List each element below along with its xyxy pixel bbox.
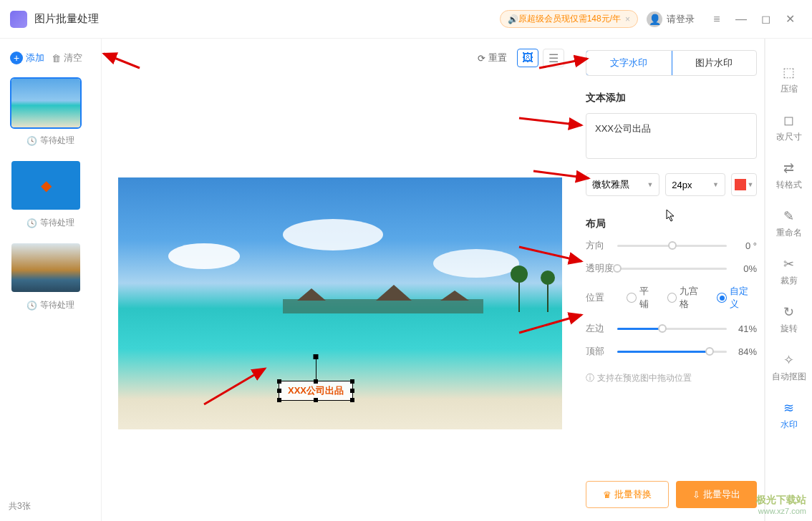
promo-text: 原超级会员现仅需148元/年 — [518, 13, 621, 25]
tool-icon: ◻ — [783, 112, 794, 128]
radio-label: 自定义 — [730, 285, 757, 311]
tool-icon: ✧ — [783, 352, 794, 368]
tool-转格式[interactable]: ⇄转格式 — [765, 152, 812, 200]
opacity-slider[interactable] — [617, 268, 727, 270]
close-icon[interactable]: × — [625, 14, 630, 24]
position-tile-radio[interactable]: 平铺 — [627, 285, 657, 311]
clock-icon: 🕓 — [26, 301, 37, 311]
tool-icon: ↻ — [783, 304, 794, 320]
tool-旋转[interactable]: ↻旋转 — [765, 296, 812, 344]
tool-label: 旋转 — [780, 323, 798, 335]
chevron-down-icon: ▼ — [647, 181, 653, 188]
batch-replace-button[interactable]: ♛ 批量替换 — [586, 481, 669, 508]
maximize-button[interactable]: ◻ — [753, 7, 778, 31]
close-button[interactable]: ✕ — [778, 7, 802, 31]
position-grid-radio[interactable]: 九宫格 — [667, 285, 707, 311]
tool-icon: ✎ — [783, 208, 794, 224]
info-icon: ⓘ — [586, 372, 594, 384]
batch-replace-label: 批量替换 — [614, 488, 652, 501]
plus-icon: + — [10, 52, 23, 64]
drag-hint: ⓘ 支持在预览图中拖动位置 — [586, 372, 757, 384]
watermark-text-input[interactable]: XXX公司出品 — [586, 113, 757, 159]
left-offset-slider[interactable] — [617, 328, 727, 330]
top-offset-value: 84% — [727, 346, 757, 357]
add-label: 添加 — [26, 52, 44, 64]
chevron-down-icon: ▼ — [748, 181, 754, 188]
clear-button[interactable]: 🗑 清空 — [52, 52, 82, 64]
svg-point-2 — [433, 249, 519, 278]
thumb-item[interactable]: 🕓等待处理 — [10, 77, 91, 147]
clock-icon: 🕓 — [26, 218, 37, 228]
tool-自动抠图[interactable]: ✧自动抠图 — [765, 344, 812, 391]
radio-label: 平铺 — [639, 285, 657, 311]
color-swatch — [735, 179, 746, 190]
list-icon: ☰ — [548, 52, 559, 65]
app-icon — [10, 11, 27, 28]
batch-export-button[interactable]: ⇩ 批量导出 — [676, 481, 758, 508]
watermark-box[interactable]: XXX公司出品 — [279, 381, 353, 401]
image-count: 共3张 — [0, 492, 101, 521]
reset-button[interactable]: ⟳ 重置 — [478, 52, 507, 64]
left-offset-label: 左边 — [586, 322, 617, 335]
login-link[interactable]: 请登录 — [667, 13, 695, 26]
direction-slider[interactable] — [617, 245, 727, 247]
tool-改尺寸[interactable]: ◻改尺寸 — [765, 104, 812, 152]
thumb-status-text: 等待处理 — [40, 135, 74, 147]
tool-裁剪[interactable]: ✂裁剪 — [765, 248, 812, 296]
direction-label: 方向 — [586, 239, 617, 252]
view-image-button[interactable]: 🖼 — [517, 49, 538, 67]
svg-point-7 — [541, 271, 555, 285]
left-offset-value: 41% — [727, 323, 757, 334]
thumb-item[interactable]: 🕓等待处理 — [10, 242, 91, 311]
watermark-text: XXX公司出品 — [288, 385, 344, 396]
tool-水印[interactable]: ≋水印 — [765, 391, 812, 439]
text-section-title: 文本添加 — [586, 92, 757, 104]
font-size-value: 24px — [672, 180, 692, 190]
tool-label: 自动抠图 — [772, 371, 806, 383]
tool-icon: ✂ — [783, 256, 794, 272]
position-label: 位置 — [586, 291, 617, 304]
avatar[interactable]: 👤 — [647, 11, 662, 27]
tool-label: 水印 — [780, 419, 798, 431]
font-family-select[interactable]: 微软雅黑▼ — [586, 173, 659, 196]
tool-label: 改尺寸 — [776, 131, 802, 143]
tool-label: 压缩 — [780, 83, 798, 95]
menu-icon[interactable]: ≡ — [705, 7, 729, 31]
tool-label: 裁剪 — [780, 275, 798, 287]
export-icon: ⇩ — [692, 490, 700, 500]
radio-label: 九宫格 — [680, 285, 707, 311]
font-size-select[interactable]: 24px▼ — [665, 173, 725, 196]
add-button[interactable]: + 添加 — [10, 52, 44, 64]
font-name-value: 微软雅黑 — [592, 178, 629, 191]
thumb-item[interactable]: ◆ 🕓等待处理 — [10, 160, 91, 229]
hint-text: 支持在预览图中拖动位置 — [597, 372, 692, 384]
tool-sidebar: ⬚压缩◻改尺寸⇄转格式✎重命名✂裁剪↻旋转✧自动抠图≋水印 — [765, 39, 812, 521]
chevron-down-icon: ▼ — [712, 181, 719, 188]
preview-image[interactable]: XXX公司出品 — [118, 177, 562, 429]
reset-label: 重置 — [488, 52, 507, 64]
minimize-button[interactable]: — — [729, 7, 753, 31]
clock-icon: 🕓 — [26, 136, 37, 146]
font-color-picker[interactable]: ▼ — [731, 173, 757, 196]
promo-banner[interactable]: 🔊 原超级会员现仅需148元/年 × — [500, 10, 638, 28]
batch-export-label: 批量导出 — [703, 488, 740, 501]
svg-rect-3 — [283, 299, 483, 313]
tool-icon: ≋ — [783, 400, 794, 416]
position-custom-radio[interactable]: 自定义 — [717, 285, 757, 311]
tab-image-watermark[interactable]: 图片水印 — [672, 51, 757, 75]
branding-watermark: 极光下载站 www.xz7.com — [756, 494, 806, 515]
speaker-icon: 🔊 — [508, 14, 518, 24]
svg-point-5 — [511, 266, 528, 283]
tool-label: 重命名 — [776, 227, 802, 239]
top-offset-slider[interactable] — [617, 351, 727, 353]
tool-icon: ⬚ — [783, 64, 795, 80]
tool-压缩[interactable]: ⬚压缩 — [765, 56, 812, 104]
clear-label: 清空 — [64, 52, 82, 64]
opacity-value: 0% — [727, 263, 757, 274]
tool-重命名[interactable]: ✎重命名 — [765, 200, 812, 248]
tool-icon: ⇄ — [783, 160, 794, 176]
app-title: 图片批量处理 — [34, 12, 99, 26]
tab-text-watermark[interactable]: 文字水印 — [586, 50, 672, 76]
view-list-button[interactable]: ☰ — [543, 49, 564, 67]
direction-value: 0 ° — [727, 240, 757, 251]
